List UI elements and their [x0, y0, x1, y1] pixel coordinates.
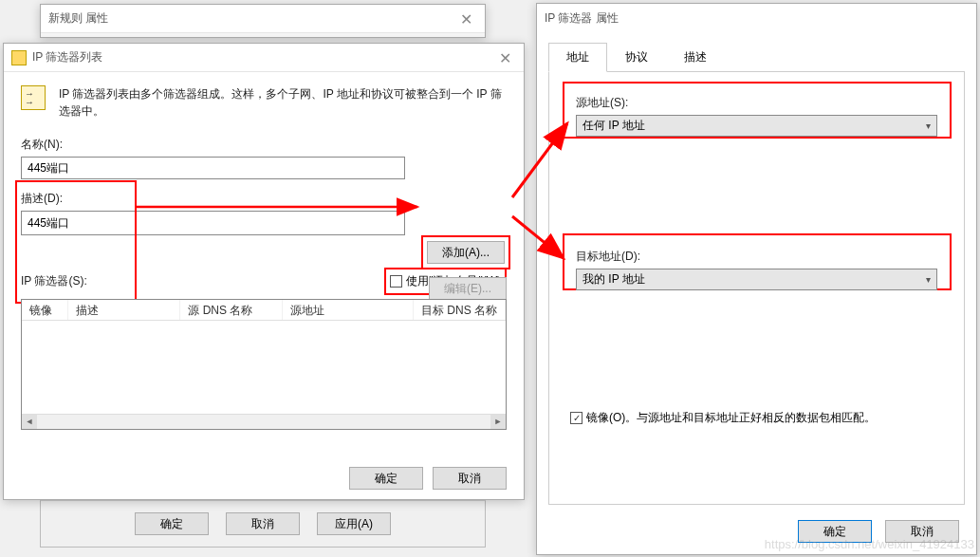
close-icon[interactable]: ✕ — [447, 5, 485, 33]
watermark: https://blog.csdn.net/weixin_41924133 — [765, 537, 974, 551]
col-src-addr[interactable]: 源地址 — [283, 300, 414, 320]
dialog-buttons: 确定 取消 — [349, 467, 507, 490]
desc-label: 描述(D): — [21, 191, 507, 207]
chevron-down-icon: ▾ — [926, 121, 931, 131]
filter-list-icon — [11, 50, 27, 65]
ok-button[interactable]: 确定 — [349, 467, 423, 490]
source-value: 任何 IP 地址 — [582, 118, 645, 134]
ok-button[interactable]: 确定 — [135, 512, 209, 535]
close-icon[interactable]: ✕ — [486, 44, 524, 72]
tab-bar: 地址 协议 描述 — [548, 42, 965, 72]
new-rule-window: 新规则 属性 ✕ — [40, 4, 486, 38]
name-label: 名称(N): — [21, 137, 507, 153]
edit-button[interactable]: 编辑(E)... — [429, 277, 507, 300]
cancel-button[interactable]: 取消 — [226, 512, 300, 535]
new-rule-buttons: 确定 取消 应用(A) — [40, 500, 486, 548]
source-address-select[interactable]: 任何 IP 地址 ▾ — [576, 115, 937, 137]
dest-label: 目标地址(D): — [576, 249, 937, 265]
wizard-checkbox[interactable] — [390, 275, 402, 288]
window-title: IP 筛选器列表 — [32, 49, 102, 65]
window-title: 新规则 属性 — [48, 10, 108, 27]
listview-header: 镜像 描述 源 DNS 名称 源地址 目标 DNS 名称 — [22, 300, 506, 321]
filter-list-label: IP 筛选器(S): — [21, 273, 87, 289]
tab-description[interactable]: 描述 — [666, 43, 725, 72]
tab-protocol[interactable]: 协议 — [607, 43, 666, 72]
titlebar: 新规则 属性 ✕ — [41, 5, 485, 33]
col-mirror[interactable]: 镜像 — [22, 300, 68, 320]
filter-listview[interactable]: 镜像 描述 源 DNS 名称 源地址 目标 DNS 名称 ◄ ► — [21, 299, 507, 430]
mirror-label: 镜像(O)。与源地址和目标地址正好相反的数据包相匹配。 — [586, 410, 876, 426]
filter-arrows-icon — [21, 85, 46, 110]
content-area: IP 筛选器列表由多个筛选器组成。这样，多个子网、IP 地址和协议可被整合到一个… — [4, 72, 524, 439]
tab-content: 源地址(S): 任何 IP 地址 ▾ 目标地址(D): 我的 IP 地址 ▾ ✓… — [548, 72, 965, 505]
titlebar: IP 筛选器 属性 — [537, 4, 976, 32]
apply-button[interactable]: 应用(A) — [317, 512, 391, 535]
cancel-button[interactable]: 取消 — [433, 467, 507, 490]
chevron-down-icon: ▾ — [926, 274, 931, 285]
scroll-right-icon[interactable]: ► — [490, 415, 506, 429]
desc-input[interactable] — [21, 211, 405, 235]
description-text: IP 筛选器列表由多个筛选器组成。这样，多个子网、IP 地址和协议可被整合到一个… — [59, 85, 507, 120]
ip-filter-properties-window: IP 筛选器 属性 地址 协议 描述 源地址(S): 任何 IP 地址 ▾ 目标… — [536, 3, 977, 555]
listview-scrollbar[interactable]: ◄ ► — [22, 414, 506, 429]
col-desc[interactable]: 描述 — [68, 300, 180, 320]
source-address-group: 源地址(S): 任何 IP 地址 ▾ — [570, 89, 943, 142]
description-row: IP 筛选器列表由多个筛选器组成。这样，多个子网、IP 地址和协议可被整合到一个… — [21, 85, 507, 120]
scroll-left-icon[interactable]: ◄ — [22, 415, 37, 429]
tab-address[interactable]: 地址 — [548, 43, 607, 72]
titlebar: IP 筛选器列表 ✕ — [4, 44, 524, 72]
window-title: IP 筛选器 属性 — [545, 10, 619, 27]
source-label: 源地址(S): — [576, 95, 937, 111]
name-input[interactable] — [21, 157, 405, 179]
add-button[interactable]: 添加(A)... — [427, 241, 505, 264]
col-dst-dns[interactable]: 目标 DNS 名称 — [414, 300, 506, 320]
dest-address-select[interactable]: 我的 IP 地址 ▾ — [576, 269, 937, 290]
ip-filter-list-window: IP 筛选器列表 ✕ IP 筛选器列表由多个筛选器组成。这样，多个子网、IP 地… — [3, 43, 525, 500]
highlight-box-add: 添加(A)... — [421, 235, 510, 269]
mirror-checkbox-wrap[interactable]: ✓ 镜像(O)。与源地址和目标地址正好相反的数据包相匹配。 — [570, 410, 943, 426]
dest-address-group: 目标地址(D): 我的 IP 地址 ▾ — [570, 243, 943, 296]
dest-value: 我的 IP 地址 — [582, 271, 645, 288]
col-src-dns[interactable]: 源 DNS 名称 — [180, 300, 283, 320]
mirror-checkbox[interactable]: ✓ — [570, 412, 582, 424]
